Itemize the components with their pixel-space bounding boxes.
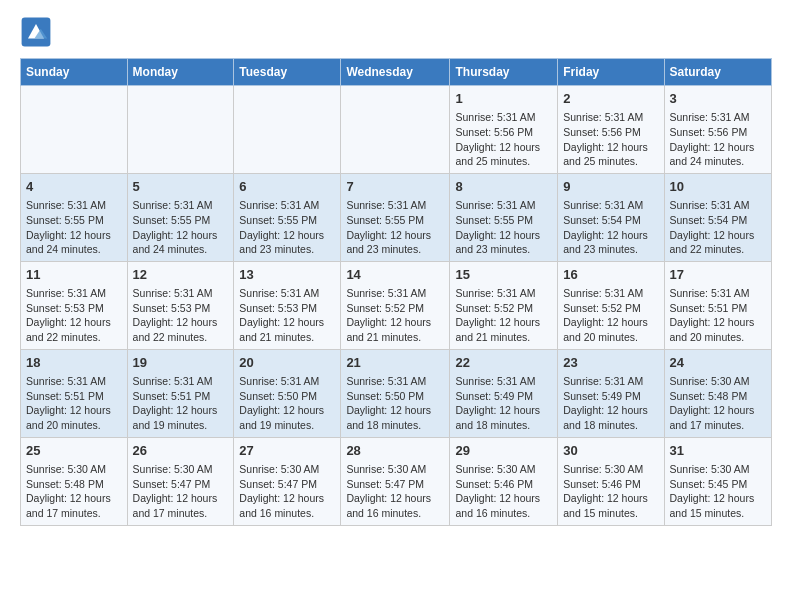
day-cell: 21Sunrise: 5:31 AMSunset: 5:50 PMDayligh… [341,349,450,437]
day-info: Sunrise: 5:31 AMSunset: 5:53 PMDaylight:… [133,286,229,345]
day-cell: 5Sunrise: 5:31 AMSunset: 5:55 PMDaylight… [127,173,234,261]
day-cell: 26Sunrise: 5:30 AMSunset: 5:47 PMDayligh… [127,437,234,525]
day-cell: 22Sunrise: 5:31 AMSunset: 5:49 PMDayligh… [450,349,558,437]
day-number: 9 [563,178,658,196]
day-cell: 28Sunrise: 5:30 AMSunset: 5:47 PMDayligh… [341,437,450,525]
day-cell: 1Sunrise: 5:31 AMSunset: 5:56 PMDaylight… [450,86,558,174]
day-number: 2 [563,90,658,108]
day-cell: 25Sunrise: 5:30 AMSunset: 5:48 PMDayligh… [21,437,128,525]
day-number: 13 [239,266,335,284]
day-number: 30 [563,442,658,460]
day-cell: 8Sunrise: 5:31 AMSunset: 5:55 PMDaylight… [450,173,558,261]
day-number: 1 [455,90,552,108]
week-row-1: 1Sunrise: 5:31 AMSunset: 5:56 PMDaylight… [21,86,772,174]
day-number: 23 [563,354,658,372]
day-info: Sunrise: 5:30 AMSunset: 5:47 PMDaylight:… [239,462,335,521]
day-cell: 23Sunrise: 5:31 AMSunset: 5:49 PMDayligh… [558,349,664,437]
day-info: Sunrise: 5:31 AMSunset: 5:55 PMDaylight:… [26,198,122,257]
day-info: Sunrise: 5:30 AMSunset: 5:47 PMDaylight:… [346,462,444,521]
day-number: 12 [133,266,229,284]
week-row-2: 4Sunrise: 5:31 AMSunset: 5:55 PMDaylight… [21,173,772,261]
day-info: Sunrise: 5:31 AMSunset: 5:52 PMDaylight:… [346,286,444,345]
day-cell [341,86,450,174]
day-number: 5 [133,178,229,196]
day-cell: 30Sunrise: 5:30 AMSunset: 5:46 PMDayligh… [558,437,664,525]
week-row-3: 11Sunrise: 5:31 AMSunset: 5:53 PMDayligh… [21,261,772,349]
header-cell-thursday: Thursday [450,59,558,86]
day-number: 3 [670,90,767,108]
day-info: Sunrise: 5:31 AMSunset: 5:53 PMDaylight:… [26,286,122,345]
day-number: 27 [239,442,335,460]
day-info: Sunrise: 5:31 AMSunset: 5:56 PMDaylight:… [455,110,552,169]
day-cell: 27Sunrise: 5:30 AMSunset: 5:47 PMDayligh… [234,437,341,525]
day-info: Sunrise: 5:30 AMSunset: 5:45 PMDaylight:… [670,462,767,521]
day-number: 29 [455,442,552,460]
day-number: 11 [26,266,122,284]
header-row: SundayMondayTuesdayWednesdayThursdayFrid… [21,59,772,86]
day-info: Sunrise: 5:31 AMSunset: 5:50 PMDaylight:… [239,374,335,433]
calendar-table: SundayMondayTuesdayWednesdayThursdayFrid… [20,58,772,526]
day-cell [127,86,234,174]
header-cell-monday: Monday [127,59,234,86]
day-number: 14 [346,266,444,284]
day-number: 18 [26,354,122,372]
week-row-4: 18Sunrise: 5:31 AMSunset: 5:51 PMDayligh… [21,349,772,437]
day-cell: 2Sunrise: 5:31 AMSunset: 5:56 PMDaylight… [558,86,664,174]
day-info: Sunrise: 5:31 AMSunset: 5:56 PMDaylight:… [563,110,658,169]
calendar-body: 1Sunrise: 5:31 AMSunset: 5:56 PMDaylight… [21,86,772,526]
day-number: 15 [455,266,552,284]
day-cell: 4Sunrise: 5:31 AMSunset: 5:55 PMDaylight… [21,173,128,261]
day-cell: 18Sunrise: 5:31 AMSunset: 5:51 PMDayligh… [21,349,128,437]
day-info: Sunrise: 5:31 AMSunset: 5:55 PMDaylight:… [239,198,335,257]
day-number: 19 [133,354,229,372]
day-info: Sunrise: 5:31 AMSunset: 5:51 PMDaylight:… [133,374,229,433]
day-number: 22 [455,354,552,372]
day-cell: 24Sunrise: 5:30 AMSunset: 5:48 PMDayligh… [664,349,772,437]
day-number: 21 [346,354,444,372]
day-cell: 19Sunrise: 5:31 AMSunset: 5:51 PMDayligh… [127,349,234,437]
calendar-header: SundayMondayTuesdayWednesdayThursdayFrid… [21,59,772,86]
day-info: Sunrise: 5:31 AMSunset: 5:49 PMDaylight:… [563,374,658,433]
header-cell-saturday: Saturday [664,59,772,86]
day-number: 24 [670,354,767,372]
day-cell: 29Sunrise: 5:30 AMSunset: 5:46 PMDayligh… [450,437,558,525]
day-info: Sunrise: 5:31 AMSunset: 5:51 PMDaylight:… [670,286,767,345]
day-info: Sunrise: 5:30 AMSunset: 5:47 PMDaylight:… [133,462,229,521]
logo-icon [20,16,52,48]
day-cell: 6Sunrise: 5:31 AMSunset: 5:55 PMDaylight… [234,173,341,261]
day-cell: 12Sunrise: 5:31 AMSunset: 5:53 PMDayligh… [127,261,234,349]
day-cell: 14Sunrise: 5:31 AMSunset: 5:52 PMDayligh… [341,261,450,349]
day-info: Sunrise: 5:30 AMSunset: 5:48 PMDaylight:… [670,374,767,433]
day-number: 25 [26,442,122,460]
day-number: 7 [346,178,444,196]
day-cell: 17Sunrise: 5:31 AMSunset: 5:51 PMDayligh… [664,261,772,349]
day-cell [21,86,128,174]
week-row-5: 25Sunrise: 5:30 AMSunset: 5:48 PMDayligh… [21,437,772,525]
header-cell-sunday: Sunday [21,59,128,86]
day-cell [234,86,341,174]
day-number: 10 [670,178,767,196]
day-info: Sunrise: 5:30 AMSunset: 5:46 PMDaylight:… [563,462,658,521]
day-info: Sunrise: 5:31 AMSunset: 5:55 PMDaylight:… [346,198,444,257]
day-number: 20 [239,354,335,372]
day-info: Sunrise: 5:31 AMSunset: 5:55 PMDaylight:… [133,198,229,257]
header-cell-tuesday: Tuesday [234,59,341,86]
day-info: Sunrise: 5:31 AMSunset: 5:54 PMDaylight:… [563,198,658,257]
day-cell: 15Sunrise: 5:31 AMSunset: 5:52 PMDayligh… [450,261,558,349]
header-cell-wednesday: Wednesday [341,59,450,86]
day-number: 28 [346,442,444,460]
day-info: Sunrise: 5:31 AMSunset: 5:51 PMDaylight:… [26,374,122,433]
day-info: Sunrise: 5:31 AMSunset: 5:55 PMDaylight:… [455,198,552,257]
day-info: Sunrise: 5:31 AMSunset: 5:52 PMDaylight:… [455,286,552,345]
logo [20,16,56,48]
day-cell: 7Sunrise: 5:31 AMSunset: 5:55 PMDaylight… [341,173,450,261]
day-info: Sunrise: 5:31 AMSunset: 5:53 PMDaylight:… [239,286,335,345]
day-cell: 16Sunrise: 5:31 AMSunset: 5:52 PMDayligh… [558,261,664,349]
day-info: Sunrise: 5:31 AMSunset: 5:50 PMDaylight:… [346,374,444,433]
day-info: Sunrise: 5:30 AMSunset: 5:46 PMDaylight:… [455,462,552,521]
page-header [20,16,772,48]
day-number: 16 [563,266,658,284]
day-cell: 9Sunrise: 5:31 AMSunset: 5:54 PMDaylight… [558,173,664,261]
day-number: 4 [26,178,122,196]
day-cell: 3Sunrise: 5:31 AMSunset: 5:56 PMDaylight… [664,86,772,174]
